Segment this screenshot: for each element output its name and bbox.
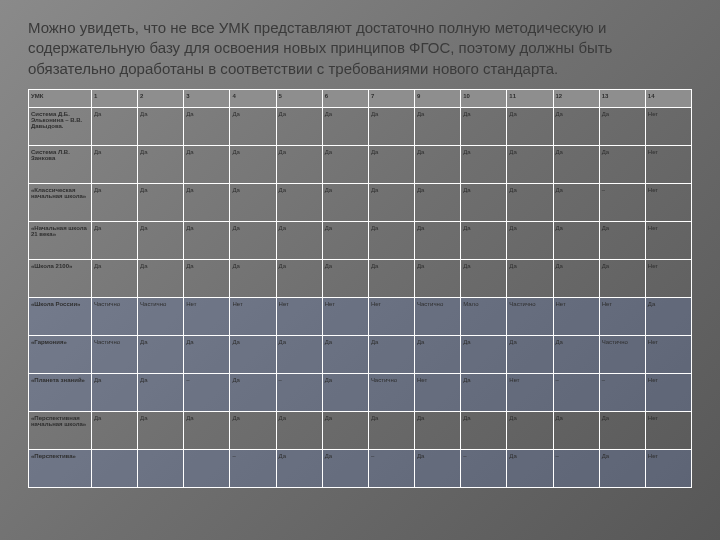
cell: Частично (91, 335, 137, 373)
cell: Нет (599, 297, 645, 335)
col-header-9: 9 (415, 89, 461, 107)
cell: Да (322, 145, 368, 183)
cell: – (553, 373, 599, 411)
cell: Да (415, 259, 461, 297)
cell: Да (276, 107, 322, 145)
col-header-2: 2 (138, 89, 184, 107)
col-header-10: 10 (461, 89, 507, 107)
cell: Да (599, 107, 645, 145)
cell: Да (184, 145, 230, 183)
col-header-12: 12 (553, 89, 599, 107)
cell: Да (415, 411, 461, 449)
table-row: «Школа России»ЧастичноЧастичноНетНетНетН… (29, 297, 692, 335)
cell: Да (553, 411, 599, 449)
cell: Нет (645, 221, 691, 259)
cell: Да (184, 335, 230, 373)
table-row: «Перспективная начальная школа»ДаДаДаДаД… (29, 411, 692, 449)
cell: Да (91, 145, 137, 183)
col-header-11: 11 (507, 89, 553, 107)
cell: Нет (276, 297, 322, 335)
cell: Да (507, 411, 553, 449)
cell: Да (461, 221, 507, 259)
cell: Да (599, 259, 645, 297)
col-header-5: 5 (276, 89, 322, 107)
cell: Нет (645, 259, 691, 297)
cell: Да (368, 335, 414, 373)
col-header-7: 7 (368, 89, 414, 107)
cell: Да (322, 335, 368, 373)
cell: Да (645, 297, 691, 335)
cell: Да (461, 373, 507, 411)
cell: Нет (184, 297, 230, 335)
table-row: Система Л.В. ЗанковаДаДаДаДаДаДаДаДаДаДа… (29, 145, 692, 183)
cell: Да (138, 107, 184, 145)
row-label: «Школа 2100» (29, 259, 92, 297)
cell: Да (276, 335, 322, 373)
cell: Да (461, 107, 507, 145)
cell: Да (368, 411, 414, 449)
row-label: «Перспектива» (29, 449, 92, 487)
cell: Да (507, 449, 553, 487)
table-row: «Школа 2100»ДаДаДаДаДаДаДаДаДаДаДаДаНет (29, 259, 692, 297)
cell: Да (415, 221, 461, 259)
col-header-6: 6 (322, 89, 368, 107)
cell: Частично (138, 297, 184, 335)
cell: Частично (599, 335, 645, 373)
cell: Да (230, 145, 276, 183)
cell: Да (461, 411, 507, 449)
cell: Да (415, 449, 461, 487)
cell: Да (368, 221, 414, 259)
cell: Да (91, 411, 137, 449)
cell: Да (599, 145, 645, 183)
cell: Да (599, 449, 645, 487)
table-row: «Начальная школа 21 века»ДаДаДаДаДаДаДаД… (29, 221, 692, 259)
col-header-13: 13 (599, 89, 645, 107)
cell: Да (368, 183, 414, 221)
cell: Да (230, 183, 276, 221)
cell: Нет (645, 373, 691, 411)
col-header-1: 1 (91, 89, 137, 107)
cell: Нет (645, 107, 691, 145)
cell: Да (322, 449, 368, 487)
row-label: «Планета знаний» (29, 373, 92, 411)
cell: Да (507, 107, 553, 145)
cell: Да (230, 373, 276, 411)
cell: Да (322, 411, 368, 449)
cell: Да (276, 145, 322, 183)
cell: Нет (645, 449, 691, 487)
cell: Да (553, 221, 599, 259)
cell: Да (461, 145, 507, 183)
cell: Да (138, 411, 184, 449)
table-row: «Планета знаний»ДаДа–Да–ДаЧастичноНетДаН… (29, 373, 692, 411)
cell (184, 449, 230, 487)
cell: Да (553, 259, 599, 297)
cell: Да (322, 373, 368, 411)
cell: Да (507, 259, 553, 297)
cell: Да (415, 107, 461, 145)
cell: Да (276, 259, 322, 297)
cell: Да (138, 373, 184, 411)
cell: – (599, 183, 645, 221)
cell: Да (415, 145, 461, 183)
cell: Да (553, 183, 599, 221)
row-label: «Начальная школа 21 века» (29, 221, 92, 259)
cell: Нет (645, 145, 691, 183)
cell: Да (230, 259, 276, 297)
cell: – (368, 449, 414, 487)
cell: Нет (645, 411, 691, 449)
cell: Да (230, 411, 276, 449)
cell: Да (138, 221, 184, 259)
cell: Нет (645, 183, 691, 221)
cell: Да (322, 259, 368, 297)
cell: – (599, 373, 645, 411)
cell: Да (461, 335, 507, 373)
cell: Да (461, 183, 507, 221)
row-label: «Классическая начальная школа» (29, 183, 92, 221)
row-label: «Перспективная начальная школа» (29, 411, 92, 449)
cell: Да (184, 411, 230, 449)
cell: Да (184, 183, 230, 221)
cell: Да (553, 107, 599, 145)
cell: Да (415, 183, 461, 221)
cell: Да (368, 145, 414, 183)
cell: Частично (368, 373, 414, 411)
